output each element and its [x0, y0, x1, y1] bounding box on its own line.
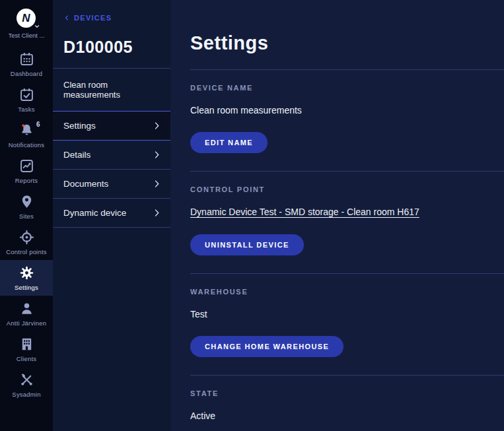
menu-item-label: Documents: [63, 179, 108, 189]
sidebar-item-settings[interactable]: Settings: [53, 112, 170, 141]
chevron-right-icon: [152, 208, 162, 218]
rail-item-label: Notifications: [9, 141, 44, 149]
rail-item-label: Reports: [15, 177, 38, 184]
rail-item-label: Settings: [15, 284, 38, 291]
sidebar-item-details[interactable]: Details: [53, 141, 170, 170]
rail-item-reports[interactable]: Reports: [0, 153, 53, 189]
rail-item-sites[interactable]: Sites: [0, 189, 53, 224]
sidebar-item-dynamic-device[interactable]: Dynamic device: [53, 199, 170, 228]
rail-item-dashboard[interactable]: Dashboard: [0, 46, 53, 82]
rail-item-label: Tasks: [18, 106, 34, 113]
page-title: Settings: [190, 32, 504, 54]
icon-rail: N Test Client ... Dashboard: [0, 0, 53, 431]
rail-item-notifications[interactable]: 6 Notifications: [0, 117, 53, 153]
client-label: Test Client ...: [9, 32, 45, 39]
rail-item-label: Dashboard: [11, 70, 42, 77]
device-sidebar: DEVICES D100005 Clean room measurements …: [53, 0, 170, 431]
rail-item-label: Control points: [6, 248, 46, 255]
rail-item-user[interactable]: Antti Järvinen: [0, 296, 53, 331]
control-point-link[interactable]: Dynamic Device Test - SMD storage - Clea…: [190, 207, 419, 217]
rail-item-label: Sites: [19, 213, 34, 220]
device-name-value: Clean room measurements: [190, 105, 504, 116]
section-label: WAREHOUSE: [190, 288, 504, 296]
menu-item-label: Dynamic device: [63, 208, 126, 218]
building-icon: [19, 337, 34, 352]
device-id-title: D100005: [63, 38, 160, 57]
client-switcher[interactable]: N Test Client ...: [0, 0, 53, 46]
rail-item-label: Sysadmin: [12, 391, 40, 398]
sidebar-item-documents[interactable]: Documents: [53, 170, 170, 199]
chevron-right-icon: [152, 179, 162, 189]
calendar-dashboard-icon: [19, 51, 34, 67]
menu-item-label: Settings: [63, 121, 96, 131]
control-point-section: CONTROL POINT Dynamic Device Test - SMD …: [190, 172, 504, 274]
rail-item-label: Clients: [17, 355, 36, 362]
rail-item-clients[interactable]: Clients: [0, 331, 53, 367]
rail-item-sysadmin[interactable]: Sysadmin: [0, 367, 53, 403]
calendar-check-icon: [19, 87, 34, 102]
section-label: DEVICE NAME: [190, 84, 504, 92]
section-label: STATE: [190, 389, 504, 397]
rail-item-settings[interactable]: Settings: [0, 260, 53, 296]
warehouse-value: Test: [190, 309, 504, 319]
back-to-devices-link[interactable]: DEVICES: [63, 14, 112, 22]
menu-item-label: Details: [63, 150, 90, 160]
chevron-right-icon: [152, 150, 162, 160]
rail-item-control-points[interactable]: Control points: [0, 224, 53, 260]
uninstall-device-button[interactable]: UNINSTALL DEVICE: [190, 234, 304, 255]
settings-pane: Settings DEVICE NAME Clean room measurem…: [170, 0, 504, 431]
rail-item-label: Antti Järvinen: [7, 319, 46, 327]
state-section: STATE Active: [190, 376, 504, 431]
edit-name-button[interactable]: EDIT NAME: [190, 132, 268, 153]
company-logo-icon: N: [17, 9, 36, 28]
chart-line-icon: [19, 158, 34, 174]
alert-dot: [22, 124, 24, 127]
change-home-warehouse-button[interactable]: CHANGE HOME WAREHOUSE: [190, 336, 343, 357]
chevron-down-icon: [34, 23, 40, 30]
map-pin-icon: [19, 194, 34, 209]
device-name-section: DEVICE NAME Clean room measurements EDIT…: [190, 70, 504, 172]
target-icon: [19, 230, 34, 245]
warehouse-section: WAREHOUSE Test CHANGE HOME WAREHOUSE: [190, 274, 504, 376]
logo-letter: N: [22, 12, 30, 25]
back-link-label: DEVICES: [74, 14, 112, 22]
chevron-right-icon: [152, 121, 162, 131]
gear-icon: [19, 265, 34, 281]
sidebar-device-name: Clean room measurements: [53, 69, 170, 112]
person-icon: [19, 301, 34, 316]
rail-item-tasks[interactable]: Tasks: [0, 82, 53, 117]
bell-icon: 6: [19, 123, 34, 138]
section-label: CONTROL POINT: [190, 185, 504, 193]
notification-count-badge: 6: [36, 121, 40, 128]
chevron-left-icon: [63, 15, 70, 21]
state-value: Active: [190, 411, 504, 421]
tools-icon: [19, 372, 34, 387]
